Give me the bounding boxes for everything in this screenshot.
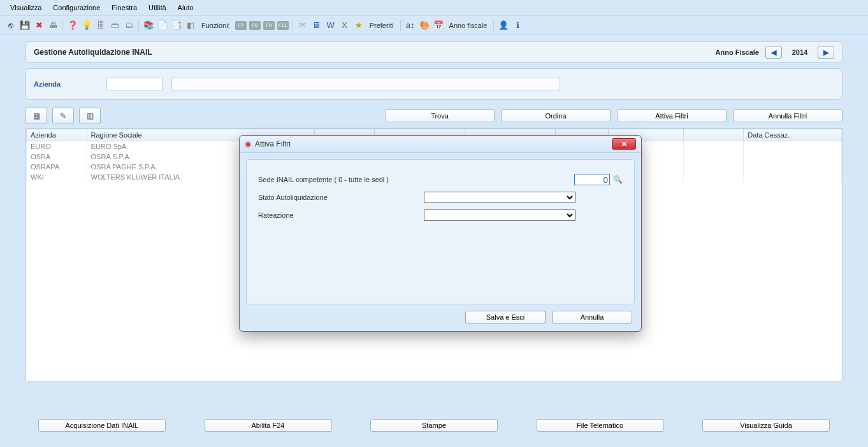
stato-select[interactable] [424, 192, 575, 203]
dialog-title: Attiva Filtri [255, 139, 291, 148]
dialog-icon: ◉ [245, 139, 251, 148]
annulla-button[interactable]: Annulla [552, 311, 632, 323]
attiva-filtri-dialog: ◉ Attiva Filtri ✕ Sede INAIL competente … [239, 135, 642, 332]
stato-label: Stato Autoliquidazione [258, 194, 424, 201]
sede-label: Sede INAIL competente ( 0 - tutte le sed… [258, 176, 424, 183]
sede-input[interactable] [574, 174, 610, 185]
dialog-body: Sede INAIL competente ( 0 - tutte le sed… [246, 159, 635, 304]
dialog-overlay: ◉ Attiva Filtri ✕ Sede INAIL competente … [0, 0, 868, 447]
lookup-icon[interactable]: 🔍 [612, 174, 623, 185]
salva-esci-button[interactable]: Salva e Esci [465, 311, 546, 323]
rateazione-label: Rateazione [258, 211, 424, 219]
rateazione-select[interactable] [424, 209, 575, 221]
dialog-footer: Salva e Esci Annulla [240, 311, 641, 331]
dialog-titlebar: ◉ Attiva Filtri ✕ [240, 136, 641, 153]
close-button[interactable]: ✕ [612, 138, 636, 150]
